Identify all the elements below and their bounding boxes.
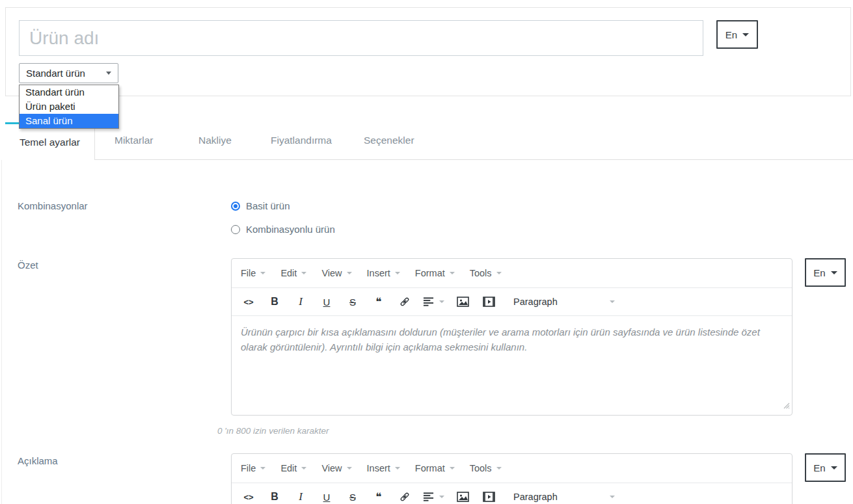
product-type-select[interactable]: Standart ürün [19, 63, 118, 83]
align-left-button[interactable] [423, 297, 444, 307]
align-left-icon [423, 492, 434, 502]
chevron-down-icon [831, 271, 837, 274]
summary-editor-placeholder: Ürünün çarpıcı bir kısa açıklamasını dol… [241, 326, 760, 352]
dropdown-option-urun-paketi[interactable]: Ürün paketi [20, 99, 118, 114]
underline-icon[interactable]: U [319, 492, 334, 503]
underline-icon[interactable]: U [319, 297, 334, 308]
link-icon[interactable] [397, 491, 413, 503]
chevron-down-icon [301, 467, 306, 470]
tab-fiyatlandirma[interactable]: Fiyatlandırma [271, 135, 332, 146]
description-language-button[interactable]: En [805, 453, 846, 482]
combinations-label: Kombinasyonlar [18, 200, 88, 211]
editor-menubar: File Edit View Insert Format Tools [232, 454, 792, 483]
strikethrough-icon[interactable]: S [345, 297, 360, 308]
language-selector-button[interactable]: En [716, 20, 758, 49]
resize-handle[interactable] [783, 398, 790, 413]
media-icon[interactable] [481, 297, 496, 307]
radio-unchecked-icon [231, 225, 240, 234]
bold-icon[interactable]: B [267, 491, 282, 503]
product-edit-screen: En Standart ürün Standart ürün Ürün pake… [0, 0, 853, 504]
summary-char-counter: 0 'ın 800 izin verilen karakter [217, 426, 329, 436]
product-header-card: En Standart ürün Standart ürün Ürün pake… [5, 7, 851, 96]
menu-tools[interactable]: Tools [470, 463, 502, 473]
image-icon[interactable] [455, 297, 470, 307]
radio-option-kombinasyonlu-urun[interactable]: Kombinasyonlu ürün [231, 224, 335, 235]
product-name-input[interactable] [19, 20, 703, 56]
language-label: En [725, 29, 737, 40]
tab-bar-divider [95, 159, 853, 160]
chevron-down-icon [496, 467, 502, 470]
strikethrough-icon[interactable]: S [345, 492, 360, 503]
menu-view[interactable]: View [321, 463, 351, 473]
link-icon[interactable] [397, 296, 413, 308]
menu-file[interactable]: File [241, 268, 265, 278]
editor-toolbar: <> B I U S ❝ Paragraph [232, 483, 792, 504]
panel-left-border [1, 160, 2, 504]
blockquote-icon[interactable]: ❝ [371, 494, 386, 500]
menu-view[interactable]: View [321, 268, 351, 278]
chevron-down-icon [395, 467, 400, 470]
chevron-down-icon [450, 272, 455, 274]
align-left-button[interactable] [423, 492, 444, 502]
summary-language-button[interactable]: En [805, 258, 846, 287]
italic-icon[interactable]: I [293, 295, 308, 308]
chevron-down-icon [260, 272, 265, 274]
radio-checked-icon [231, 202, 240, 211]
chevron-down-icon [347, 272, 352, 274]
dropdown-option-standart-urun[interactable]: Standart ürün [20, 85, 118, 99]
chevron-down-icon [742, 33, 749, 36]
chevron-down-icon [450, 467, 455, 470]
editor-menubar: File Edit View Insert Format Tools [232, 259, 792, 288]
chevron-down-icon [831, 466, 837, 470]
chevron-down-icon [439, 300, 444, 303]
blockquote-icon[interactable]: ❝ [371, 298, 386, 305]
description-rich-text-editor: File Edit View Insert Format Tools <> B … [231, 453, 792, 504]
tab-secenekler[interactable]: Seçenekler [364, 135, 414, 146]
chevron-down-icon [106, 72, 111, 75]
chevron-down-icon [610, 496, 615, 498]
menu-edit[interactable]: Edit [280, 463, 306, 473]
description-label: Açıklama [18, 455, 58, 466]
dropdown-option-sanal-urun[interactable]: Sanal ürün [20, 114, 118, 128]
chevron-down-icon [496, 272, 502, 274]
radio-label: Kombinasyonlu ürün [246, 224, 335, 235]
media-icon[interactable] [481, 492, 496, 502]
paragraph-style-select[interactable]: Paragraph [513, 297, 615, 307]
chevron-down-icon [439, 496, 444, 498]
summary-editor-content[interactable]: Ürünün çarpıcı bir kısa açıklamasını dol… [232, 316, 792, 415]
chevron-down-icon [610, 300, 615, 303]
chevron-down-icon [395, 272, 400, 274]
menu-format[interactable]: Format [415, 268, 455, 278]
product-type-dropdown: Standart ürün Ürün paketi Sanal ürün [19, 85, 119, 129]
menu-format[interactable]: Format [415, 463, 455, 473]
menu-tools[interactable]: Tools [470, 268, 502, 278]
chevron-down-icon [260, 467, 265, 470]
chevron-down-icon [347, 467, 352, 470]
summary-rich-text-editor: File Edit View Insert Format Tools <> B … [231, 258, 792, 416]
tab-nakliye[interactable]: Nakliye [198, 135, 232, 146]
bold-icon[interactable]: B [267, 296, 282, 308]
summary-label: Özet [18, 259, 38, 271]
radio-label: Basit ürün [246, 200, 290, 211]
menu-edit[interactable]: Edit [280, 268, 306, 278]
italic-icon[interactable]: I [293, 490, 308, 503]
product-type-selected: Standart ürün [26, 68, 85, 79]
chevron-down-icon [301, 272, 306, 274]
menu-insert[interactable]: Insert [367, 463, 400, 473]
tab-temel-ayarlar[interactable]: Temel ayarlar [5, 124, 95, 160]
editor-toolbar: <> B I U S ❝ Paragraph [232, 288, 792, 316]
paragraph-style-select[interactable]: Paragraph [513, 492, 615, 502]
tab-miktarlar[interactable]: Miktarlar [115, 135, 153, 146]
radio-option-basit-urun[interactable]: Basit ürün [231, 200, 290, 211]
image-icon[interactable] [455, 492, 470, 502]
menu-insert[interactable]: Insert [367, 268, 400, 278]
source-code-icon[interactable]: <> [241, 297, 256, 307]
source-code-icon[interactable]: <> [241, 492, 256, 502]
align-left-icon [423, 297, 434, 307]
menu-file[interactable]: File [241, 463, 265, 473]
